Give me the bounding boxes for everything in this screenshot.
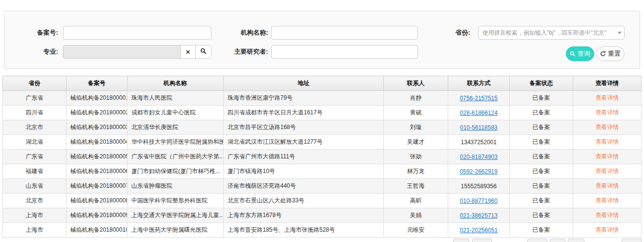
- phone-link[interactable]: 010-88771960: [460, 198, 498, 204]
- province-select[interactable]: [478, 26, 624, 40]
- cell-province: 上海市: [3, 223, 66, 238]
- table-row: 广东省械临机构备201800005广东省中医院（广州中医药大学第...广东省广州…: [3, 150, 642, 164]
- table-row: 广东省械临机构备201800001珠海市人民医院珠海市香洲区康宁路79号肖静07…: [3, 91, 642, 106]
- org-name-input[interactable]: [271, 26, 418, 40]
- query-button-label: 查询: [578, 49, 590, 58]
- investigator-input[interactable]: [271, 45, 418, 59]
- cell-record-no: 械临机构备201800008: [66, 194, 127, 208]
- cell-detail: 查看详情: [573, 179, 642, 194]
- province-label: 省份:: [430, 26, 470, 40]
- refresh-icon: [600, 51, 606, 57]
- phone-link[interactable]: 010-56118583: [460, 124, 498, 131]
- cell-status: 已备案: [510, 150, 573, 164]
- page: 备案号: 专业: ✕ 机构名称: 主要研究者: 省份:: [0, 0, 644, 242]
- specialty-label: 专业:: [9, 45, 58, 59]
- col-header-phone: 联系方式: [448, 76, 510, 91]
- pagination-button-partial[interactable]: [527, 239, 547, 242]
- cell-contact: 肖静: [384, 91, 448, 106]
- cell-contact: 王哲海: [384, 179, 448, 194]
- cell-status: 已备案: [510, 194, 573, 208]
- phone-link[interactable]: 028-61866124: [460, 110, 498, 116]
- cell-province: 广东省: [3, 150, 66, 164]
- cell-detail: 查看详情: [573, 150, 642, 164]
- phone-link[interactable]: 020-81874903: [460, 154, 498, 160]
- table-row: 北京市械临机构备201800008中国医学科学院整形外科医院北京市石景山区八大处…: [3, 194, 642, 208]
- specialty-clear-button[interactable]: ✕: [180, 45, 196, 59]
- cell-status: 已备案: [510, 223, 573, 238]
- cell-status: 已备案: [510, 120, 573, 135]
- specialty-input[interactable]: [63, 45, 181, 59]
- cell-record-no: 械临机构备201800010: [66, 223, 127, 238]
- cell-province: 山东省: [3, 179, 66, 194]
- col-header-record-no: 备案号: [66, 76, 127, 91]
- cell-contact: 吴娟: [384, 208, 448, 223]
- query-search-icon: [570, 51, 576, 57]
- record-no-input[interactable]: [63, 26, 211, 40]
- cell-record-no: 械临机构备201800005: [66, 150, 127, 164]
- phone-text: 15552589356: [461, 183, 497, 190]
- cell-contact: 吴建才: [384, 135, 448, 150]
- view-detail-link[interactable]: 查看详情: [596, 197, 619, 204]
- cell-province: 四川省: [3, 106, 66, 120]
- specialty-search-button[interactable]: [195, 45, 211, 59]
- pagination-button-partial[interactable]: [453, 239, 469, 242]
- cell-detail: 查看详情: [573, 164, 642, 179]
- cell-detail: 查看详情: [573, 120, 642, 135]
- cell-org-name: 山东省肿瘤医院: [127, 179, 224, 194]
- cell-address: 广东省广州市大德路111号: [224, 150, 384, 164]
- view-detail-link[interactable]: 查看详情: [596, 212, 619, 219]
- cell-province: 广东省: [3, 91, 66, 106]
- phone-link[interactable]: 0592-2662919: [460, 168, 498, 175]
- cell-org-name: 厦门市妇幼保健院(厦门市林巧稚...: [127, 164, 224, 179]
- view-detail-link[interactable]: 查看详情: [596, 138, 619, 145]
- view-detail-link[interactable]: 查看详情: [596, 226, 619, 233]
- cell-province: 湖北省: [3, 135, 66, 150]
- cell-record-no: 械临机构备201800002: [66, 106, 127, 120]
- cell-contact: 刘璇: [384, 120, 448, 135]
- cell-phone: 028-61866124: [448, 106, 510, 120]
- caret-down-icon: [618, 32, 622, 34]
- cell-province: 北京市: [3, 120, 66, 135]
- pagination-button-partial[interactable]: [472, 239, 492, 242]
- table-row: 北京市械临机构备201800003北京清华长庚医院北京市昌平区立汤路168号刘璇…: [3, 120, 642, 135]
- view-detail-link[interactable]: 查看详情: [596, 153, 619, 160]
- cell-address: 厦门市镇海路10号: [224, 164, 384, 179]
- col-header-org-name: 机构名称: [127, 76, 224, 91]
- cell-address: 济南市槐荫区济兖路440号: [224, 179, 384, 194]
- col-header-contact: 联系人: [384, 76, 448, 91]
- cell-phone: 0592-2662919: [448, 164, 510, 179]
- cell-org-name: 成都市妇女儿童中心医院: [127, 106, 224, 120]
- cell-detail: 查看详情: [573, 91, 642, 106]
- pagination-button-partial[interactable]: [550, 239, 565, 242]
- view-detail-link[interactable]: 查看详情: [596, 94, 619, 101]
- query-button[interactable]: 查询: [566, 46, 594, 61]
- cell-phone: 13437252001: [448, 135, 510, 150]
- table-header: 省份 备案号 机构名称 地址 联系人 联系方式 备案状态 查看详情: [3, 76, 642, 91]
- phone-link[interactable]: 0756-2157515: [460, 95, 498, 102]
- cell-status: 已备案: [510, 208, 573, 223]
- cell-record-no: 械临机构备201800004: [66, 135, 127, 150]
- pagination-button-partial[interactable]: [568, 239, 584, 242]
- view-detail-link[interactable]: 查看详情: [596, 109, 619, 116]
- view-detail-link[interactable]: 查看详情: [596, 124, 619, 131]
- phone-link[interactable]: 021-38625713: [460, 212, 498, 219]
- cell-record-no: 械临机构备201800001: [66, 91, 127, 106]
- cell-address: 北京市石景山区八大处路33号: [224, 194, 384, 208]
- search-icon: [200, 48, 207, 56]
- cell-status: 已备案: [510, 135, 573, 150]
- phone-link[interactable]: 021-20256051: [460, 227, 498, 234]
- results-table: 省份 备案号 机构名称 地址 联系人 联系方式 备案状态 查看详情 广东省械临机…: [2, 76, 642, 238]
- record-no-label: 备案号:: [9, 26, 58, 40]
- cell-org-name: 中国医学科学院整形外科医院: [127, 194, 224, 208]
- cell-detail: 查看详情: [573, 106, 642, 120]
- cell-province: 上海市: [3, 208, 66, 223]
- cell-detail: 查看详情: [573, 223, 642, 238]
- view-detail-link[interactable]: 查看详情: [596, 168, 619, 175]
- cell-status: 已备案: [510, 91, 573, 106]
- view-detail-link[interactable]: 查看详情: [596, 182, 619, 189]
- cell-phone: 0756-2157515: [448, 91, 510, 106]
- col-header-address: 地址: [224, 76, 384, 91]
- pagination-button-partial[interactable]: [622, 239, 642, 242]
- reset-button[interactable]: 重置: [596, 46, 624, 61]
- table-row: 山东省械临机构备201800007山东省肿瘤医院济南市槐荫区济兖路440号王哲海…: [3, 179, 642, 194]
